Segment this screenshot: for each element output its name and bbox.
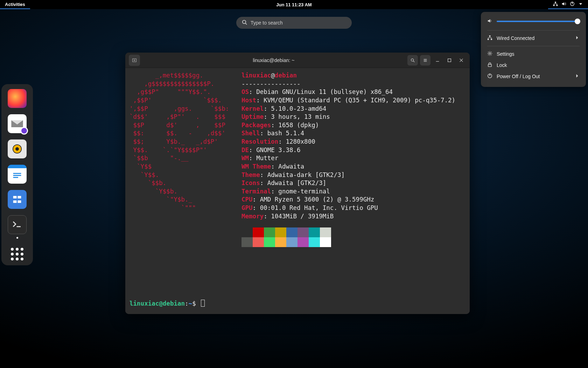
network-icon <box>487 35 492 41</box>
menu-network-label: Wired Connected <box>497 35 534 41</box>
dock <box>1 84 33 265</box>
svg-rect-20 <box>490 74 490 76</box>
svg-rect-4 <box>572 1 573 4</box>
show-apps-button[interactable] <box>11 248 23 260</box>
dock-app-firefox[interactable] <box>8 89 27 108</box>
menu-power[interactable]: Power Off / Log Out <box>481 71 586 82</box>
chevron-right-icon <box>574 35 580 41</box>
menu-power-label: Power Off / Log Out <box>497 74 540 79</box>
terminal-menu-button[interactable] <box>420 55 430 66</box>
menu-lock-label: Lock <box>497 62 507 68</box>
gear-icon <box>487 51 492 57</box>
network-icon <box>553 1 558 7</box>
terminal-body[interactable]: _,met$$$$$gg. ,g$$$$$$$$$$$$$$$P. ,g$$P"… <box>125 68 470 314</box>
color-swatches <box>241 227 455 247</box>
volume-icon <box>561 1 566 7</box>
cursor <box>201 300 205 307</box>
search-icon <box>242 20 247 26</box>
volume-slider[interactable] <box>497 21 580 22</box>
svg-rect-23 <box>424 59 427 59</box>
svg-rect-15 <box>488 39 489 40</box>
svg-rect-18 <box>488 64 491 67</box>
terminal-search-button[interactable] <box>407 55 418 66</box>
svg-rect-24 <box>424 60 427 60</box>
dock-app-evolution[interactable] <box>8 114 27 133</box>
menu-settings-label: Settings <box>497 51 514 57</box>
svg-point-5 <box>243 20 246 23</box>
dock-app-files[interactable] <box>8 190 27 209</box>
terminal-title: linuxiac@debian: ~ <box>143 57 405 63</box>
prompt-userhost: linuxiac@debian <box>130 300 185 307</box>
svg-rect-27 <box>448 59 451 62</box>
new-tab-button[interactable] <box>129 55 140 66</box>
svg-rect-1 <box>553 5 555 6</box>
svg-rect-2 <box>556 5 558 6</box>
dock-app-libreoffice[interactable] <box>8 165 27 184</box>
close-button[interactable] <box>456 55 466 65</box>
prompt-path: ~ <box>189 300 192 307</box>
volume-icon <box>487 18 492 25</box>
chevron-down-icon <box>578 1 583 7</box>
volume-slider-row <box>481 17 586 28</box>
system-menu: Wired Connected Settings Lock Power Off … <box>481 12 586 87</box>
svg-rect-11 <box>13 200 17 203</box>
svg-rect-26 <box>436 61 439 61</box>
power-icon <box>570 1 575 7</box>
power-icon <box>487 73 492 80</box>
dock-app-terminal[interactable] <box>8 215 27 234</box>
minimize-button[interactable] <box>433 55 442 65</box>
svg-rect-7 <box>13 175 21 176</box>
search-placeholder: Type to search <box>251 20 283 26</box>
svg-rect-14 <box>489 35 491 37</box>
svg-rect-10 <box>18 196 21 198</box>
svg-rect-12 <box>18 200 21 203</box>
lock-icon <box>487 62 492 68</box>
dock-app-rhythmbox[interactable] <box>8 139 27 158</box>
volume-slider-knob[interactable] <box>575 19 580 24</box>
status-area[interactable] <box>548 0 588 9</box>
svg-rect-16 <box>491 39 492 40</box>
svg-rect-13 <box>17 226 21 227</box>
dock-running-indicator <box>16 237 18 239</box>
top-bar: Activities Jun 11 11:23 AM <box>0 0 588 9</box>
chevron-right-icon <box>574 73 580 80</box>
maximize-button[interactable] <box>444 55 454 65</box>
menu-lock[interactable]: Lock <box>481 60 586 71</box>
svg-point-17 <box>489 53 491 54</box>
terminal-window: linuxiac@debian: ~ _,met$$$$$gg. ,g$$$$$… <box>125 53 470 314</box>
svg-rect-25 <box>424 61 427 61</box>
svg-point-22 <box>411 59 414 61</box>
menu-network[interactable]: Wired Connected <box>481 33 586 44</box>
clock[interactable]: Jun 11 11:23 AM <box>276 2 312 7</box>
svg-rect-8 <box>13 177 18 178</box>
terminal-prompt[interactable]: linuxiac@debian:~$ <box>130 300 205 307</box>
svg-rect-9 <box>13 196 17 198</box>
svg-rect-0 <box>555 1 556 3</box>
overview-search[interactable]: Type to search <box>236 17 352 29</box>
neofetch-ascii: _,met$$$$$gg. ,g$$$$$$$$$$$$$$$P. ,g$$P"… <box>130 71 241 311</box>
svg-rect-6 <box>13 173 21 174</box>
neofetch-info: linuxiac@debian ---------------- OS: Deb… <box>241 71 455 311</box>
activities-button[interactable]: Activities <box>0 0 30 9</box>
terminal-titlebar: linuxiac@debian: ~ <box>125 53 470 68</box>
menu-settings[interactable]: Settings <box>481 48 586 60</box>
